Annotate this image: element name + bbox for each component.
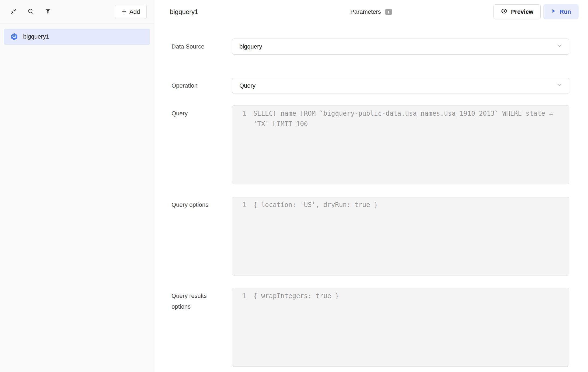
line-number: 1 [232,108,246,119]
play-icon [551,8,556,15]
query-list-item-bigquery1[interactable]: bigquery1 [4,29,150,45]
query-options-placeholder: { location: 'US', dryRun: true } [246,200,558,210]
search-button[interactable] [27,8,34,16]
bigquery-icon [10,33,18,41]
query-options-row: Query options 1 { location: 'US', dryRun… [172,197,569,275]
collapse-panel-button[interactable] [10,8,17,16]
data-source-select[interactable]: bigquery [232,39,569,55]
add-parameter-button[interactable]: + [385,9,392,15]
eye-icon [501,8,508,16]
preview-button[interactable]: Preview [494,4,541,19]
preview-button-label: Preview [511,8,533,15]
query-editor-header: bigquery1 Parameters + Preview [154,0,588,24]
line-number: 1 [232,291,246,301]
query-results-options-editor[interactable]: 1 { wrapIntegers: true } [232,288,569,367]
query-code-editor[interactable]: 1 SELECT name FROM `bigquery-public-data… [232,105,569,184]
search-icon [27,8,34,16]
data-source-row: Data Source bigquery [172,39,569,55]
add-query-button[interactable]: + Add [115,5,147,19]
filter-funnel-icon [45,8,51,15]
operation-label: Operation [172,78,220,91]
filter-button[interactable] [44,8,52,16]
query-row: Query 1 SELECT name FROM `bigquery-publi… [172,105,569,184]
query-list-item-label: bigquery1 [23,33,49,40]
query-results-options-placeholder: { wrapIntegers: true } [246,291,558,301]
data-source-value: bigquery [239,43,262,50]
query-list: bigquery1 [0,24,154,50]
query-sidebar: + Add bigquery1 [0,0,154,372]
sidebar-header: + Add [0,0,154,24]
run-button[interactable]: Run [543,4,579,19]
line-number: 1 [232,200,246,210]
query-editor-panel: bigquery1 Parameters + Preview [154,0,588,372]
plus-icon: + [122,8,126,15]
parameters-label: Parameters [350,8,381,15]
query-form: Data Source bigquery Operation Query [154,24,588,372]
chevron-down-icon [556,42,563,51]
chevron-down-icon [556,81,563,90]
query-title: bigquery1 [170,8,198,16]
query-results-options-label: Query results options [172,288,220,312]
collapse-arrows-icon [10,8,17,16]
query-label: Query [172,105,220,119]
data-source-label: Data Source [172,39,220,52]
add-button-label: Add [130,8,140,15]
header-actions: Preview Run [494,4,579,19]
run-button-label: Run [559,8,571,15]
query-results-options-row: Query results options 1 { wrapIntegers: … [172,288,569,367]
operation-value: Query [239,82,256,89]
operation-select[interactable]: Query [232,78,569,94]
parameters-group: Parameters + [350,8,392,15]
operation-row: Operation Query [172,78,569,94]
query-options-editor[interactable]: 1 { location: 'US', dryRun: true } [232,197,569,275]
query-options-label: Query options [172,197,220,210]
query-code-placeholder: SELECT name FROM `bigquery-public-data.u… [246,108,558,129]
